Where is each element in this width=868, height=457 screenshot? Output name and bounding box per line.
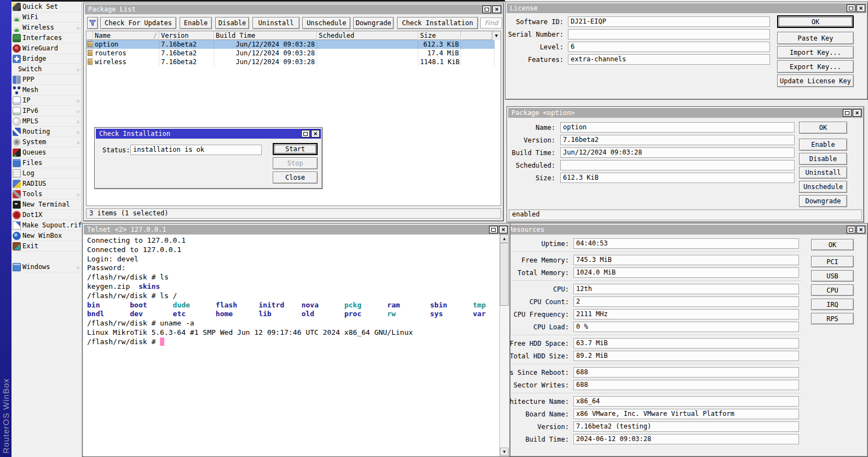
sector-writes-since-reboot-field[interactable]: 688: [573, 367, 799, 378]
cpu-field[interactable]: 12th: [573, 284, 799, 294]
sidebar-item-ip[interactable]: IP▷: [12, 95, 82, 106]
name-field[interactable]: option: [560, 122, 795, 133]
sidebar-item-ppp[interactable]: PPP: [12, 75, 82, 85]
column-header-name[interactable]: Name/: [93, 31, 159, 40]
close-button[interactable]: ×: [311, 130, 320, 138]
total-hdd-size-field[interactable]: 89.2 MiB: [573, 351, 799, 361]
size-field[interactable]: 612.3 KiB: [560, 173, 795, 183]
update-license-key-button[interactable]: Update License Key: [777, 75, 854, 87]
disable-button[interactable]: Disable: [799, 153, 847, 165]
sidebar-item-interfaces[interactable]: Interfaces: [12, 33, 82, 43]
sidebar-item-system[interactable]: System▷: [12, 137, 82, 147]
sidebar-item-windows[interactable]: Windows▷: [12, 262, 82, 272]
features-field[interactable]: extra-channels: [568, 54, 770, 65]
column-header-version[interactable]: Version: [159, 31, 214, 40]
ok-button[interactable]: OK: [799, 122, 847, 134]
close-button[interactable]: ×: [853, 109, 861, 117]
downgrade-button[interactable]: Downgrade: [799, 195, 847, 207]
sidebar-item-ipv6[interactable]: IPv6▷: [12, 106, 82, 116]
sidebar-item-new-terminal[interactable]: New Terminal: [12, 199, 82, 210]
export-key-button[interactable]: Export Key...: [777, 60, 854, 73]
pci-button[interactable]: PCI: [811, 256, 854, 267]
check-for-updates-button[interactable]: Check For Updates: [100, 17, 176, 29]
minimize-button[interactable]: [847, 226, 855, 233]
enable-button[interactable]: Enable: [799, 139, 847, 151]
sidebar-item-exit[interactable]: Exit: [12, 241, 82, 252]
terminal-output[interactable]: Connecting to 127.0.0.1Connected to 127.…: [84, 235, 499, 456]
minimize-button[interactable]: [489, 226, 498, 233]
column-select-button[interactable]: ▼: [492, 31, 501, 40]
sidebar-item-tools[interactable]: Tools▷: [12, 189, 82, 199]
total-memory-field[interactable]: 1024.0 MiB: [573, 267, 799, 278]
close-button[interactable]: ×: [499, 226, 508, 233]
level-field[interactable]: 6: [568, 42, 770, 52]
scroll-up-button[interactable]: ▲: [500, 235, 509, 243]
scheduled-field[interactable]: [560, 160, 795, 170]
import-key-button[interactable]: Import Key...: [777, 46, 854, 59]
check-installation-button[interactable]: Check Installation: [397, 17, 478, 29]
unschedule-button[interactable]: Unschedule: [799, 181, 847, 193]
cpu-load-field[interactable]: 0 %: [573, 322, 799, 332]
enable-button[interactable]: Enable: [180, 17, 212, 29]
sidebar-item-queues[interactable]: Queues: [12, 147, 82, 158]
minimize-button[interactable]: [301, 130, 310, 138]
uninstall-button[interactable]: Uninstall: [799, 167, 847, 179]
cpu-frequency-field[interactable]: 2111 MHz: [573, 309, 799, 319]
build-time-field[interactable]: 2024-06-12 09:03:28: [573, 434, 799, 444]
sidebar-item-dot1x[interactable]: Dot1X: [12, 210, 82, 220]
column-header-scheduled[interactable]: Scheduled: [317, 31, 418, 40]
close-button[interactable]: ×: [856, 4, 865, 12]
disable-button[interactable]: Disable: [215, 17, 249, 29]
downgrade-button[interactable]: Downgrade: [353, 17, 394, 29]
free-hdd-space-field[interactable]: 63.7 MiB: [573, 338, 799, 349]
rps-button[interactable]: RPS: [811, 313, 854, 324]
scroll-thumb[interactable]: [500, 243, 509, 306]
board-name-field[interactable]: x86 VMware, Inc. VMware Virtual Platform: [573, 409, 799, 419]
find-input[interactable]: Find: [480, 18, 502, 28]
sidebar-item-files[interactable]: Files: [12, 158, 82, 168]
status-field[interactable]: installation is ok: [130, 145, 262, 155]
sidebar-item-make-supout-rif[interactable]: Make Supout.rif: [12, 220, 82, 231]
software-id-field[interactable]: DJ21-EIQP: [568, 16, 770, 27]
serial-number-field[interactable]: [568, 29, 770, 39]
minimize-button[interactable]: [482, 5, 491, 13]
uninstall-button[interactable]: Uninstall: [252, 17, 300, 29]
close-button[interactable]: Close: [273, 172, 318, 184]
sidebar-item-mpls[interactable]: MPLS▷: [12, 116, 82, 127]
column-header-blank[interactable]: [461, 31, 495, 40]
sidebar-item-quick-set[interactable]: Quick Set: [12, 2, 82, 12]
filter-button[interactable]: [87, 17, 98, 29]
architecture-name-field[interactable]: x86_64: [573, 396, 799, 407]
paste-key-button[interactable]: Paste Key: [777, 32, 854, 44]
sidebar-item-wireless[interactable]: Wireless▷: [12, 22, 82, 33]
minimize-button[interactable]: [847, 4, 855, 12]
close-button[interactable]: ×: [856, 226, 865, 233]
sidebar-item-log[interactable]: Log: [12, 168, 82, 179]
column-header-blank[interactable]: [87, 31, 93, 40]
version-field[interactable]: 7.16beta2: [560, 135, 795, 145]
start-button[interactable]: Start: [273, 143, 318, 155]
sidebar-item-new-winbox[interactable]: New WinBox: [12, 231, 82, 241]
sidebar-item-bridge[interactable]: Bridge: [12, 54, 82, 64]
sidebar-item-wireguard[interactable]: WireGuard: [12, 43, 82, 54]
scroll-down-button[interactable]: ▼: [500, 448, 509, 456]
stop-button[interactable]: Stop: [273, 157, 318, 169]
cpu-button[interactable]: CPU: [811, 284, 854, 296]
table-row[interactable]: routeros7.16beta2Jun/12/2024 09:03:2817.…: [87, 49, 495, 58]
usb-button[interactable]: USB: [811, 270, 854, 282]
cpu-count-field[interactable]: 2: [573, 296, 799, 307]
unschedule-button[interactable]: Unschedule: [302, 17, 350, 29]
sidebar-item-wifi[interactable]: WiFi: [12, 12, 82, 22]
minimize-button[interactable]: [843, 109, 852, 117]
ok-button[interactable]: OK: [777, 15, 854, 28]
table-row[interactable]: option7.16beta2Jun/12/2024 09:03:28612.3…: [87, 40, 495, 49]
sidebar-item-radius[interactable]: RADIUS: [12, 179, 82, 189]
uptime-field[interactable]: 04:40:53: [573, 238, 799, 249]
column-header-build_time[interactable]: Build Time: [214, 31, 317, 40]
table-row[interactable]: wireless7.16beta2Jun/12/2024 09:03:28114…: [87, 58, 495, 66]
close-button[interactable]: ×: [492, 5, 501, 13]
sidebar-item-switch[interactable]: Switch▷: [12, 64, 82, 75]
version-field[interactable]: 7.16beta2 (testing): [573, 421, 799, 432]
irq-button[interactable]: IRQ: [811, 299, 854, 310]
sidebar-item-mesh[interactable]: Mesh: [12, 85, 82, 95]
